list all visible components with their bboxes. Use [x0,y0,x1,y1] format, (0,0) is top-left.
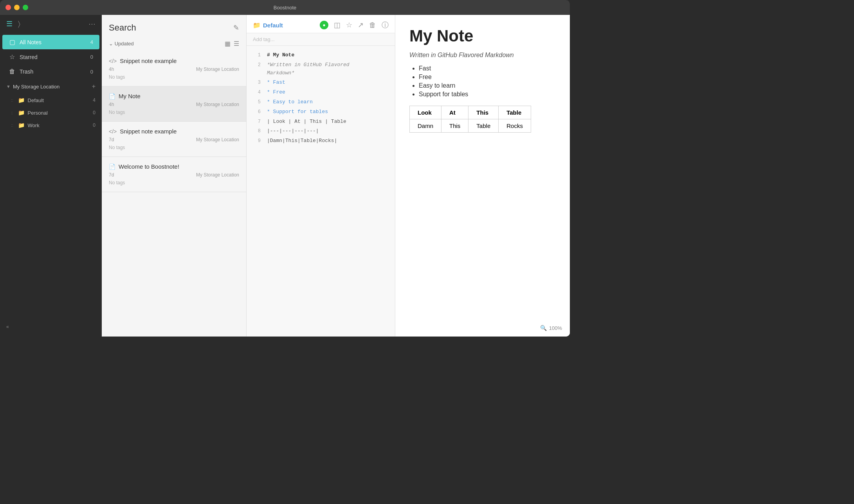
line-content: |Damn|This|Table|Rocks| [267,137,337,145]
note-type-icon: 📄 [109,164,115,170]
table-header-cell: At [441,106,468,119]
tag-icon[interactable]: 〉 [18,20,20,28]
sort-label[interactable]: ⌄ Updated [109,41,222,47]
code-editor[interactable]: 1 # My Note 2 *Written in GitHub Flavore… [247,46,395,337]
new-note-icon[interactable]: ✎ [233,23,239,32]
folder-item-default[interactable]: :: 📁 Default 4 [0,94,102,106]
split-view-button[interactable]: ◫ [334,21,341,29]
sidebar-item-trash[interactable]: 🗑 Trash 0 [2,65,99,79]
expand-button[interactable]: ↗ [358,21,364,29]
preview-subtitle: Written in GitHub Flavored Markdown [409,52,556,59]
code-line: 3 * Fast [247,78,395,88]
table-header-cell: Look [410,106,441,119]
table-cell: Table [468,119,499,133]
table-header-cell: This [468,106,499,119]
line-number: 6 [253,108,261,116]
preview-title: My Note [409,27,556,45]
folder-badge-name: Default [263,22,283,29]
grid-view-icon[interactable]: ▦ [225,40,231,47]
more-icon[interactable]: ⋯ [88,20,95,28]
sidebar-nav: ▢ All Notes 4 ☆ Starred 0 🗑 Trash 0 ▼ My… [0,33,102,321]
note-tags: No tags [109,180,239,185]
line-content: * Support for tables [267,108,328,116]
table-header-cell: Table [499,106,531,119]
list-item[interactable]: 📄 Welcome to Boostnote! 7d My Storage Lo… [102,157,246,192]
folder-count: 4 [93,97,95,103]
info-button[interactable]: ⓘ [382,20,389,30]
drag-handle: :: [11,98,13,103]
table-cell: This [441,119,468,133]
list-item: Fast [419,65,556,72]
code-line: 5 * Easy to learn [247,97,395,107]
add-tag-label: Add tag... [253,36,275,42]
note-type-icon: </> [109,128,117,135]
trash-count: 0 [90,69,93,75]
collapse-sidebar-button[interactable]: « [0,321,102,333]
note-type-icon: </> [109,58,117,64]
all-notes-icon: ▢ [9,38,16,46]
note-location: My Storage Location [196,67,239,72]
preview-panel: My Note Written in GitHub Flavored Markd… [395,15,570,337]
line-content: * Easy to learn [267,98,313,106]
folder-name: Personal [28,110,90,116]
note-age: 7d [109,137,114,142]
line-content: # My Note [267,51,294,59]
status-green-button[interactable]: ● [320,21,328,29]
app-body: ☰ 〉 ⋯ ▢ All Notes 4 ☆ Starred 0 🗑 Trash … [0,15,570,337]
note-tags: No tags [109,110,239,115]
add-storage-icon[interactable]: + [92,83,95,90]
list-item[interactable]: </> Snippet note example 4h My Storage L… [102,51,246,86]
list-item: Support for tables [419,91,556,98]
zoom-level: 100% [549,325,562,331]
editor-area: 📁 Default ● ◫ ☆ ↗ 🗑 ⓘ Add tag... 1 # My … [247,15,570,337]
note-title: Welcome to Boostnote! [119,163,179,170]
close-button[interactable] [5,5,11,10]
sidebar-item-starred[interactable]: ☆ Starred 0 [2,50,99,64]
chevron-icon: ⌄ [109,41,115,47]
code-line: 4 * Free [247,88,395,97]
folder-name: Work [28,122,90,128]
list-item[interactable]: </> Snippet note example 7d My Storage L… [102,122,246,157]
tag-bar[interactable]: Add tag... [247,33,395,46]
zoom-icon: 🔍 [540,325,547,331]
table-row: DamnThisTableRocks [410,119,531,133]
folder-count: 0 [93,110,95,115]
folder-icon: 📁 [18,97,25,103]
notes-icon[interactable]: ☰ [6,20,13,28]
window-controls [5,5,28,10]
note-title: Snippet note example [120,128,177,135]
table-cell: Rocks [499,119,531,133]
list-item[interactable]: 📄 My Note 4h My Storage Location No tags [102,86,246,122]
starred-label: Starred [20,54,86,60]
line-number: 5 [253,98,261,106]
line-number: 1 [253,51,261,59]
search-label: Search [109,23,233,33]
all-notes-count: 4 [90,39,93,45]
note-title: Snippet note example [120,58,177,64]
folder-badge-icon: 📁 [253,22,261,29]
sidebar-item-all-notes[interactable]: ▢ All Notes 4 [2,35,99,49]
maximize-button[interactable] [23,5,28,10]
note-type-icon: 📄 [109,93,115,99]
star-icon: ☆ [9,53,16,61]
note-tags: No tags [109,145,239,150]
chevron-down-icon: ▼ [6,84,11,89]
list-view-icon[interactable]: ☰ [234,40,239,47]
storage-label: My Storage Location [13,84,90,90]
star-note-button[interactable]: ☆ [346,21,352,29]
note-age: 4h [109,102,114,107]
code-line: 6 * Support for tables [247,107,395,117]
line-content: | Look | At | This | Table [267,118,346,126]
drag-handle: :: [11,111,13,115]
minimize-button[interactable] [14,5,20,10]
delete-note-button[interactable]: 🗑 [369,21,376,29]
note-list-header: Search ✎ [102,15,246,38]
storage-header[interactable]: ▼ My Storage Location + [0,79,102,94]
note-items: </> Snippet note example 4h My Storage L… [102,51,246,337]
folder-item-personal[interactable]: :: 📁 Personal 0 [0,106,102,119]
folder-icon: 📁 [18,122,25,128]
line-number: 9 [253,137,261,145]
folder-item-work[interactable]: :: 📁 Work 0 [0,119,102,131]
code-line: 9 |Damn|This|Table|Rocks| [247,136,395,146]
line-number: 8 [253,127,261,135]
